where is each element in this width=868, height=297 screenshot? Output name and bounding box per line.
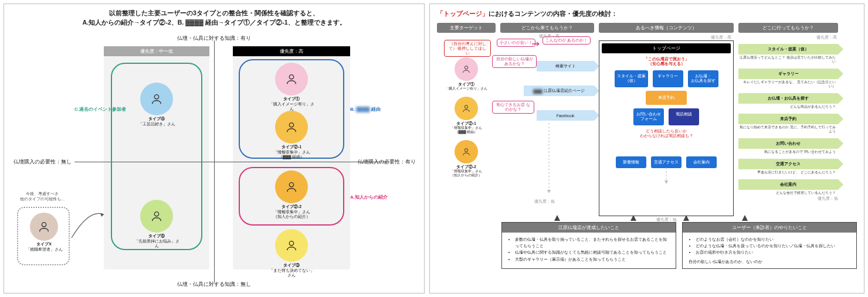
- col-source: どこから来てもらうか？ （自分の考えに対して） 後押ししてほしい 小さいのが良い…: [500, 23, 594, 199]
- dest-label: お問い合わせ: [776, 141, 801, 146]
- dest-label: スタイル・提案（仮）: [768, 46, 809, 52]
- top-page-box: トップページ 「この仏壇店で買おう」 （安心感を与える） スタイル・提案 （仮）…: [599, 40, 734, 216]
- goal2-item: どのようなお店（会社）なのかを知りたい: [696, 236, 850, 243]
- src-search: 検索サイト: [537, 60, 594, 73]
- col-dest: どこに行ってもらうか？ 優先度：高 スタイル・提案（仮）江原仏壇店ってどんなとこ…: [738, 23, 838, 202]
- persona-sub2: （▓▓▓ 経由）: [455, 130, 478, 134]
- persona-icon: [275, 170, 308, 203]
- col2-head: どこから来てもらうか？: [500, 23, 594, 33]
- persona-type2-1: タイプ②-1 「情報収集中」さん （▓▓▓ 経由）: [268, 111, 315, 159]
- top-page-head: トップページ: [602, 43, 731, 53]
- group-b-label-c: 経由: [371, 107, 381, 112]
- dest-note: キレイだしギャラリーがあるな、 見てみたい（記念日といい）: [738, 80, 838, 88]
- group-a-label: A.知人からの紹介: [350, 194, 388, 200]
- dest-item: 来店予約気になり始めて来店できるのか 見に、予約予約して行ってみよう: [738, 112, 838, 134]
- persona-sub: 「就職希望者」さん: [21, 247, 67, 252]
- axis-bottom-label: 仏壇・仏具に対する知識：無し: [177, 281, 251, 288]
- persona-typex: タイプX 「就職希望者」さん: [21, 213, 67, 252]
- persona-type1: タイプ① 「購入イメージ有り」さん: [268, 63, 315, 111]
- pink-arrow-icon: [532, 41, 542, 47]
- persona-label: タイプX: [21, 242, 67, 247]
- persona-sub: 「情報収集中」さん: [450, 126, 482, 130]
- persona-icon: [275, 63, 308, 95]
- persona-label: タイプ①: [458, 82, 474, 87]
- persona-label: タイプ②-1: [456, 121, 476, 126]
- quadrant-chart: 優先度：中〜低 優先度：高 仏壇・仏具に対する知識：有り 仏壇・仏具に対する知識…: [4, 36, 424, 287]
- persona-sub: 「情報収集中」さん: [268, 150, 315, 155]
- future-note: 今後、考慮すべき 他のタイプの可能性も…: [16, 191, 69, 202]
- up-arrow-icon: [630, 215, 636, 221]
- title-red: 「トップページ」: [437, 10, 489, 17]
- persona-sub: 「購入イメージ有り」さん: [445, 87, 487, 91]
- persona-sub: 「購入イメージ有り」さん: [268, 102, 315, 111]
- chip-contact: お問い合わせ フォーム: [633, 108, 664, 125]
- svg-point-6: [42, 223, 46, 227]
- dest-note: 気になり始めて来店できるのか 見に、予約予約して行ってみよう: [738, 125, 838, 134]
- prio-dashed-axis-icon: [546, 123, 552, 199]
- bubble-1: （自分の考えに対して） 後押ししてほしい: [444, 40, 491, 57]
- dest-item: お問い合わせ気になることがあるので 問い合わせてみよう: [738, 137, 838, 154]
- bubble-2: 小さいのが良い！: [497, 39, 535, 47]
- dest-item: お仏壇・お仏具を探すどんな商品があるんだろう？: [738, 92, 838, 109]
- col4-prio-hi: 優先度：高: [738, 35, 837, 40]
- goal1-list: 多数の仏壇・仏具を取り揃っていること、またそれらを探せるお店であることを知っても…: [502, 233, 676, 266]
- persona-label: タイプ②-2: [268, 204, 315, 210]
- dest-label: ギャラリー: [778, 71, 799, 77]
- chip-row-3: 新着情報 交通アクセス 会社案内: [602, 156, 731, 168]
- svg-point-0: [154, 95, 158, 99]
- goal2-item: 自分の欲しい仏壇があるのか、ないのか: [689, 258, 850, 265]
- dest-item: スタイル・提案（仮）江原仏壇店ってどんなとこ？ 他店は見ていたが比較してみたい: [738, 43, 838, 64]
- chip-about: 会社案内: [686, 156, 717, 168]
- persona-type3: タイプ③ 「まだ何も決めてない」さん: [268, 229, 315, 277]
- persona-label: タイプ②-2: [456, 165, 476, 169]
- persona-sub: 「情報収集中」さん: [268, 210, 315, 214]
- right-title: 「トップページ」におけるコンテンツの内容・優先度の検討：: [437, 10, 857, 18]
- persona-sub: 「情報収集中」さん: [450, 169, 482, 173]
- up-arrow-icon: [683, 215, 689, 221]
- title-rest: におけるコンテンツの内容・優先度の検討：: [489, 10, 618, 17]
- src-label: 江原仏壇店紹介ページ: [544, 88, 585, 94]
- col3-prio-hi: 優先度：高: [599, 35, 731, 40]
- curved-arrow-icon: [69, 206, 110, 241]
- dest-note: 早速お店に行きたいけど、 どこにあるんだろう？: [738, 170, 838, 175]
- dest-item: 交通アクセス早速お店に行きたいけど、 どこにあるんだろう？: [738, 158, 838, 175]
- dest-item: ギャラリーキレイだしギャラリーがあるな、 見てみたい（記念日といい）: [738, 67, 838, 88]
- r-persona-21: タイプ②-1 「情報収集中」さん （▓▓▓ 経由）: [443, 97, 490, 134]
- persona-sub2: （知人からの紹介）: [268, 214, 315, 219]
- bubble-5: 安心できるお店 なのかな？: [492, 101, 534, 114]
- red-copy-1: 「この仏壇店で買おう」 （安心感を与える）: [602, 57, 731, 67]
- columns-row: 主要ターゲット タイプ① 「購入イメージ有り」さん タイプ②-1 「情報収集中」…: [437, 23, 857, 216]
- axis-top-label: 仏壇・仏具に対する知識：有り: [177, 35, 251, 42]
- persona-type4: タイプ④ 「工芸品好き」さん: [133, 83, 180, 127]
- dest-list: スタイル・提案（仮）江原仏壇店ってどんなとこ？ 他店は見ていたが比較してみたい …: [738, 40, 838, 195]
- group-b-label-blur: ▓▓▓▓: [356, 107, 369, 112]
- src-label: 検索サイト: [555, 63, 576, 69]
- chip-tel: 電話相談: [669, 108, 699, 125]
- persona-sub2: （▓▓▓ 経由）: [268, 155, 315, 159]
- chip-row-1: スタイル・提案 （仮） ギャラリー お仏壇・ お仏具を探す: [602, 70, 731, 87]
- chip-style: スタイル・提案 （仮）: [615, 70, 648, 87]
- svg-point-3: [289, 123, 293, 127]
- persona-type2-2: タイプ②-2 「情報収集中」さん （知人からの紹介）: [268, 170, 315, 219]
- priority-mid-header: 優先度：中〜低: [104, 46, 209, 56]
- svg-point-8: [464, 105, 467, 108]
- chip-gallery: ギャラリー: [653, 70, 683, 87]
- svg-point-4: [289, 183, 293, 187]
- goal2-head: ユーザー（来訪者）のやりたいこと: [683, 223, 856, 233]
- persona-icon: [455, 57, 478, 81]
- goal2-list: どのようなお店（会社）なのかを知りたい どのような仏壇・仏具を扱っているのかを知…: [683, 233, 856, 268]
- axis-right-label: 仏壇購入の必要性：有り: [358, 158, 416, 165]
- dest-label: お仏壇・お仏具を探す: [768, 95, 809, 101]
- dest-note: 江原仏壇店ってどんなとこ？ 他店は見ていたが比較してみたい: [738, 56, 838, 64]
- persona-sub: 「まだ何も決めてない」さん: [268, 268, 315, 278]
- col-content: あるべき情報（コンテンツ） 優先度：高 トップページ 「この仏壇店で買おう」 （…: [599, 23, 734, 223]
- svg-point-2: [289, 75, 293, 79]
- svg-point-1: [154, 212, 158, 216]
- src-intro: ▓▓▓ 江原仏壇店紹介ページ: [524, 84, 594, 97]
- svg-point-5: [289, 241, 293, 245]
- persona-icon: [275, 229, 308, 262]
- goal1-item: 仏壇や仏具に関する知識がなくても気軽に相談可能であることを知ってもらうこと: [515, 249, 670, 255]
- bubble-4: 自分の欲しい仏壇が あるかな？: [492, 55, 537, 68]
- chip-row-2: お問い合わせ フォーム 電話相談: [602, 108, 731, 125]
- note-l1: 今後、考慮すべき: [26, 192, 59, 196]
